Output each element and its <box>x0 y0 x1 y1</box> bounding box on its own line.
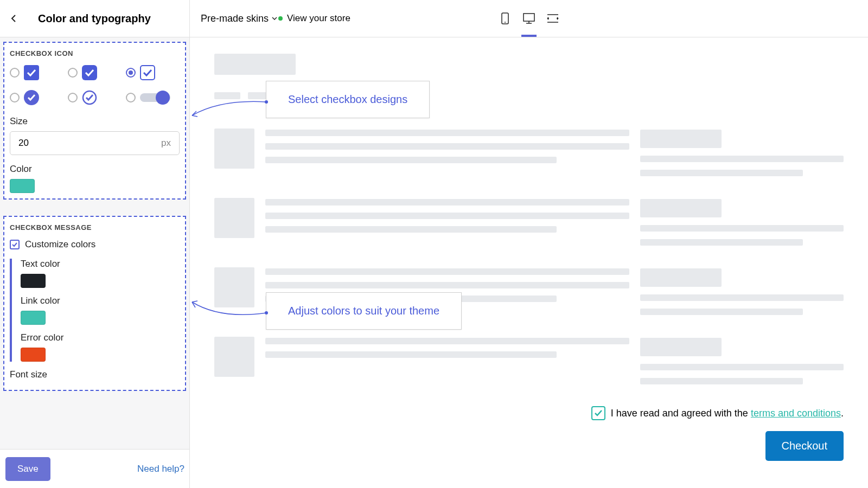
checkbox-icon-panel: CHECKBOX ICON <box>3 42 186 200</box>
color-section: Text color Link color Error color <box>10 259 180 362</box>
skeleton-line <box>265 351 557 358</box>
header: Color and typography Pre-made skins View… <box>0 0 868 37</box>
help-link[interactable]: Need help? <box>137 464 184 474</box>
page-title: Color and typography <box>38 12 151 25</box>
checkbox-design-option[interactable] <box>68 65 122 80</box>
color-label: Color <box>10 164 180 175</box>
skeleton-line <box>265 213 629 219</box>
customize-colors-row[interactable]: Customize colors <box>10 239 180 250</box>
callout-designs: Select checkbox designs <box>266 81 430 118</box>
terms-suffix: . <box>841 408 844 419</box>
terms-row: I have read and agreed with the terms an… <box>214 406 844 420</box>
callout-arrow-icon <box>188 93 268 120</box>
skeleton-item-row <box>214 129 844 176</box>
svg-rect-8 <box>82 65 97 80</box>
callout-colors: Adjust colors to suit your theme <box>266 292 462 330</box>
skeleton-image <box>214 198 254 238</box>
callout-arrow-icon <box>188 298 268 325</box>
terms-checkbox[interactable] <box>591 406 605 420</box>
checkbox-message-panel: CHECKBOX MESSAGE Customize colors Text c… <box>3 216 186 391</box>
skeleton-right-col <box>640 198 844 246</box>
radio-icon <box>126 68 136 78</box>
desktop-icon[interactable] <box>523 12 535 24</box>
skeleton-text-col <box>265 198 629 246</box>
svg-point-13 <box>156 91 170 105</box>
size-input[interactable] <box>18 138 161 149</box>
color-swatch[interactable] <box>10 179 35 193</box>
skeleton-block <box>640 199 722 217</box>
radio-icon <box>126 93 136 102</box>
checkbox-preview-toggle <box>140 90 170 105</box>
device-switcher <box>499 12 559 24</box>
preview-area: Select checkbox designs Adjust colors to… <box>190 37 868 488</box>
checkbox-preview-outline-square <box>140 65 155 80</box>
skeleton-line <box>640 225 844 232</box>
skeleton-line <box>640 170 803 176</box>
font-size-label: Font size <box>10 369 180 380</box>
checkbox-design-grid <box>10 65 180 105</box>
chevron-left-icon <box>10 14 18 23</box>
radio-icon <box>10 93 20 102</box>
skeleton-line <box>640 294 844 301</box>
mobile-icon[interactable] <box>499 12 511 24</box>
skeleton-right-col <box>640 337 844 384</box>
skeleton-text-col <box>265 129 629 176</box>
skins-dropdown[interactable]: Pre-made skins <box>201 13 278 24</box>
skeleton-line <box>265 143 629 150</box>
skeleton-image <box>214 129 254 169</box>
skeleton-line <box>640 364 844 370</box>
skeleton-image <box>214 337 254 377</box>
check-icon <box>593 408 603 418</box>
checkbox-preview-filled-circle <box>24 90 39 105</box>
svg-point-15 <box>265 311 268 314</box>
checkout-button[interactable]: Checkout <box>765 431 844 461</box>
skeleton-right-col <box>640 267 844 315</box>
checkbox-design-option[interactable] <box>10 65 63 80</box>
skeleton-item-row <box>214 337 844 384</box>
text-color-swatch[interactable] <box>21 274 46 288</box>
skeleton-line <box>265 130 629 136</box>
checkbox-design-option[interactable] <box>68 90 122 105</box>
link-color-label: Link color <box>21 296 180 306</box>
skins-label: Pre-made skins <box>201 13 269 24</box>
checkbox-design-option[interactable] <box>10 90 63 105</box>
skeleton-line <box>265 268 629 275</box>
skeleton-text-col <box>265 337 629 384</box>
checkbox-design-option[interactable] <box>126 65 180 80</box>
skeleton-line <box>640 239 803 246</box>
save-button[interactable]: Save <box>5 457 50 481</box>
svg-point-14 <box>265 100 268 104</box>
link-color-swatch[interactable] <box>21 311 46 325</box>
text-color-label: Text color <box>21 259 180 269</box>
customize-checkbox[interactable] <box>10 240 20 249</box>
error-color-label: Error color <box>21 332 180 343</box>
skeleton-line <box>265 199 629 206</box>
back-button[interactable] <box>5 10 23 27</box>
svg-point-1 <box>505 22 506 23</box>
error-color-swatch[interactable] <box>21 348 46 362</box>
terms-link[interactable]: terms and conditions <box>751 408 841 419</box>
skeleton-line <box>265 226 557 233</box>
panel-title: CHECKBOX ICON <box>10 49 180 57</box>
terms-text: I have read and agreed with the terms an… <box>611 408 844 419</box>
fullwidth-icon[interactable] <box>547 12 559 24</box>
sidebar: CHECKBOX ICON <box>0 37 190 488</box>
radio-icon <box>10 68 20 78</box>
skeleton-line <box>640 378 803 384</box>
radio-icon <box>68 93 78 102</box>
checkbox-preview-filled-square <box>24 65 39 80</box>
header-mid: Pre-made skins View your store <box>190 0 868 37</box>
customize-label: Customize colors <box>25 239 95 250</box>
skeleton-item-row <box>214 198 844 246</box>
skeleton-line <box>265 282 629 288</box>
view-store-link[interactable]: View your store <box>278 13 357 24</box>
checkbox-preview-rounded-square <box>82 65 97 80</box>
size-unit: px <box>161 138 171 149</box>
skeleton-line <box>265 338 629 344</box>
skeleton-block <box>214 54 296 75</box>
checkbox-preview-outline-circle <box>82 90 97 105</box>
skeleton-right-col <box>640 129 844 176</box>
skeleton-block <box>640 338 722 356</box>
checkbox-design-option[interactable] <box>126 90 180 105</box>
terms-prefix: I have read and agreed with the <box>611 408 751 419</box>
